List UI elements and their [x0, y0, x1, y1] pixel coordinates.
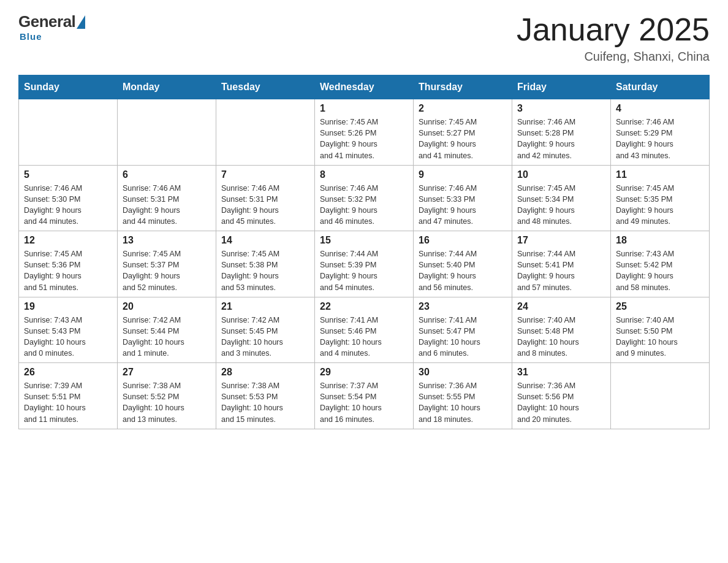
day-number: 31	[517, 367, 605, 378]
calendar-cell: 26Sunrise: 7:39 AM Sunset: 5:51 PM Dayli…	[19, 363, 118, 429]
calendar-cell: 5Sunrise: 7:46 AM Sunset: 5:30 PM Daylig…	[19, 165, 118, 231]
logo-blue-text: Blue	[20, 31, 42, 42]
day-number: 5	[24, 169, 112, 180]
calendar-cell: 14Sunrise: 7:45 AM Sunset: 5:38 PM Dayli…	[216, 231, 315, 297]
weekday-header-tuesday: Tuesday	[216, 75, 315, 99]
calendar-cell: 8Sunrise: 7:46 AM Sunset: 5:32 PM Daylig…	[315, 165, 414, 231]
calendar-cell: 20Sunrise: 7:42 AM Sunset: 5:44 PM Dayli…	[118, 297, 216, 363]
calendar-week-3: 12Sunrise: 7:45 AM Sunset: 5:36 PM Dayli…	[19, 231, 710, 297]
calendar-cell	[118, 99, 216, 166]
day-number: 4	[616, 103, 704, 114]
calendar-cell: 30Sunrise: 7:36 AM Sunset: 5:55 PM Dayli…	[414, 363, 512, 429]
day-info: Sunrise: 7:41 AM Sunset: 5:46 PM Dayligh…	[320, 315, 408, 359]
day-info: Sunrise: 7:45 AM Sunset: 5:27 PM Dayligh…	[419, 117, 507, 161]
day-info: Sunrise: 7:45 AM Sunset: 5:34 PM Dayligh…	[517, 183, 605, 228]
day-number: 28	[221, 367, 309, 378]
day-info: Sunrise: 7:42 AM Sunset: 5:44 PM Dayligh…	[123, 315, 211, 359]
day-info: Sunrise: 7:46 AM Sunset: 5:29 PM Dayligh…	[616, 117, 704, 161]
day-number: 10	[517, 169, 605, 180]
day-number: 19	[24, 301, 112, 312]
day-info: Sunrise: 7:46 AM Sunset: 5:30 PM Dayligh…	[24, 183, 112, 228]
day-number: 21	[221, 301, 309, 312]
day-info: Sunrise: 7:46 AM Sunset: 5:31 PM Dayligh…	[221, 183, 309, 228]
calendar-cell: 13Sunrise: 7:45 AM Sunset: 5:37 PM Dayli…	[118, 231, 216, 297]
day-number: 24	[517, 301, 605, 312]
day-number: 8	[320, 169, 408, 180]
calendar-cell: 3Sunrise: 7:46 AM Sunset: 5:28 PM Daylig…	[512, 99, 611, 166]
calendar-cell: 22Sunrise: 7:41 AM Sunset: 5:46 PM Dayli…	[315, 297, 414, 363]
day-number: 2	[419, 103, 507, 114]
day-info: Sunrise: 7:40 AM Sunset: 5:48 PM Dayligh…	[517, 315, 605, 359]
day-info: Sunrise: 7:46 AM Sunset: 5:33 PM Dayligh…	[419, 183, 507, 228]
calendar-week-2: 5Sunrise: 7:46 AM Sunset: 5:30 PM Daylig…	[19, 165, 710, 231]
day-number: 13	[123, 235, 211, 246]
location: Cuifeng, Shanxi, China	[517, 50, 710, 64]
day-info: Sunrise: 7:43 AM Sunset: 5:43 PM Dayligh…	[24, 315, 112, 359]
page-header: General Blue January 2025 Cuifeng, Shanx…	[18, 12, 710, 64]
day-info: Sunrise: 7:46 AM Sunset: 5:31 PM Dayligh…	[123, 183, 211, 228]
weekday-header-wednesday: Wednesday	[315, 75, 414, 99]
weekday-row: SundayMondayTuesdayWednesdayThursdayFrid…	[19, 75, 710, 99]
day-number: 15	[320, 235, 408, 246]
calendar-cell	[611, 363, 710, 429]
calendar-week-1: 1Sunrise: 7:45 AM Sunset: 5:26 PM Daylig…	[19, 99, 710, 166]
day-number: 9	[419, 169, 507, 180]
day-info: Sunrise: 7:46 AM Sunset: 5:28 PM Dayligh…	[517, 117, 605, 161]
day-info: Sunrise: 7:45 AM Sunset: 5:26 PM Dayligh…	[320, 117, 408, 161]
day-info: Sunrise: 7:45 AM Sunset: 5:36 PM Dayligh…	[24, 248, 112, 293]
calendar-cell: 31Sunrise: 7:36 AM Sunset: 5:56 PM Dayli…	[512, 363, 611, 429]
calendar-body: 1Sunrise: 7:45 AM Sunset: 5:26 PM Daylig…	[19, 99, 710, 429]
day-number: 17	[517, 235, 605, 246]
day-number: 16	[419, 235, 507, 246]
calendar-cell: 16Sunrise: 7:44 AM Sunset: 5:40 PM Dayli…	[414, 231, 512, 297]
calendar-cell	[216, 99, 315, 166]
calendar-cell: 24Sunrise: 7:40 AM Sunset: 5:48 PM Dayli…	[512, 297, 611, 363]
calendar-cell: 18Sunrise: 7:43 AM Sunset: 5:42 PM Dayli…	[611, 231, 710, 297]
day-number: 25	[616, 301, 704, 312]
calendar-cell: 2Sunrise: 7:45 AM Sunset: 5:27 PM Daylig…	[414, 99, 512, 166]
calendar-table: SundayMondayTuesdayWednesdayThursdayFrid…	[18, 75, 710, 429]
weekday-header-monday: Monday	[118, 75, 216, 99]
weekday-header-saturday: Saturday	[611, 75, 710, 99]
day-number: 23	[419, 301, 507, 312]
day-info: Sunrise: 7:45 AM Sunset: 5:38 PM Dayligh…	[221, 248, 309, 293]
calendar-cell: 17Sunrise: 7:44 AM Sunset: 5:41 PM Dayli…	[512, 231, 611, 297]
calendar-cell: 21Sunrise: 7:42 AM Sunset: 5:45 PM Dayli…	[216, 297, 315, 363]
weekday-header-sunday: Sunday	[19, 75, 118, 99]
calendar-cell: 19Sunrise: 7:43 AM Sunset: 5:43 PM Dayli…	[19, 297, 118, 363]
day-info: Sunrise: 7:44 AM Sunset: 5:39 PM Dayligh…	[320, 248, 408, 293]
logo-triangle-icon	[77, 15, 85, 29]
logo-general-text: General	[18, 12, 75, 31]
calendar-cell: 28Sunrise: 7:38 AM Sunset: 5:53 PM Dayli…	[216, 363, 315, 429]
day-number: 29	[320, 367, 408, 378]
day-info: Sunrise: 7:38 AM Sunset: 5:53 PM Dayligh…	[221, 380, 309, 425]
day-info: Sunrise: 7:46 AM Sunset: 5:32 PM Dayligh…	[320, 183, 408, 228]
day-info: Sunrise: 7:36 AM Sunset: 5:56 PM Dayligh…	[517, 380, 605, 425]
calendar-week-4: 19Sunrise: 7:43 AM Sunset: 5:43 PM Dayli…	[19, 297, 710, 363]
day-number: 1	[320, 103, 408, 114]
day-info: Sunrise: 7:38 AM Sunset: 5:52 PM Dayligh…	[123, 380, 211, 425]
day-number: 14	[221, 235, 309, 246]
calendar-cell: 1Sunrise: 7:45 AM Sunset: 5:26 PM Daylig…	[315, 99, 414, 166]
calendar-cell: 25Sunrise: 7:40 AM Sunset: 5:50 PM Dayli…	[611, 297, 710, 363]
day-number: 30	[419, 367, 507, 378]
day-number: 18	[616, 235, 704, 246]
day-info: Sunrise: 7:45 AM Sunset: 5:35 PM Dayligh…	[616, 183, 704, 228]
calendar-week-5: 26Sunrise: 7:39 AM Sunset: 5:51 PM Dayli…	[19, 363, 710, 429]
day-number: 20	[123, 301, 211, 312]
day-info: Sunrise: 7:36 AM Sunset: 5:55 PM Dayligh…	[419, 380, 507, 425]
weekday-header-thursday: Thursday	[414, 75, 512, 99]
calendar-cell: 10Sunrise: 7:45 AM Sunset: 5:34 PM Dayli…	[512, 165, 611, 231]
day-info: Sunrise: 7:44 AM Sunset: 5:40 PM Dayligh…	[419, 248, 507, 293]
day-number: 3	[517, 103, 605, 114]
calendar-cell: 29Sunrise: 7:37 AM Sunset: 5:54 PM Dayli…	[315, 363, 414, 429]
weekday-header-friday: Friday	[512, 75, 611, 99]
day-number: 7	[221, 169, 309, 180]
calendar-cell: 12Sunrise: 7:45 AM Sunset: 5:36 PM Dayli…	[19, 231, 118, 297]
calendar-cell: 27Sunrise: 7:38 AM Sunset: 5:52 PM Dayli…	[118, 363, 216, 429]
calendar-cell: 4Sunrise: 7:46 AM Sunset: 5:29 PM Daylig…	[611, 99, 710, 166]
calendar-cell: 15Sunrise: 7:44 AM Sunset: 5:39 PM Dayli…	[315, 231, 414, 297]
calendar-cell: 23Sunrise: 7:41 AM Sunset: 5:47 PM Dayli…	[414, 297, 512, 363]
logo: General Blue	[18, 12, 86, 42]
day-number: 27	[123, 367, 211, 378]
